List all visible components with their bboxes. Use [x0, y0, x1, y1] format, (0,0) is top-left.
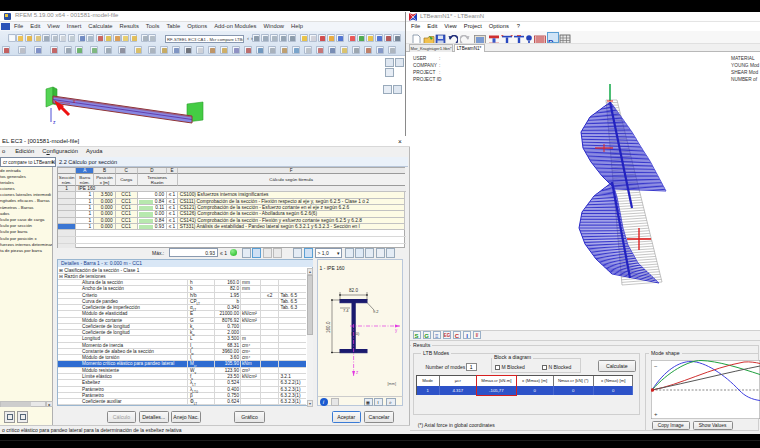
- svg-text:(5.0): (5.0): [351, 331, 360, 336]
- svg-text:9.2: 9.2: [373, 309, 379, 314]
- svg-text:7.4: 7.4: [343, 308, 349, 313]
- svg-text:82.0: 82.0: [349, 288, 358, 293]
- svg-text:y: y: [395, 328, 398, 333]
- svg-text:−: −: [654, 363, 658, 369]
- svg-text:z: z: [53, 119, 56, 125]
- svg-text:160.0: 160.0: [326, 321, 331, 333]
- svg-text:z: z: [356, 370, 359, 375]
- svg-text:+: +: [654, 411, 658, 417]
- svg-text:w: w: [552, 41, 558, 43]
